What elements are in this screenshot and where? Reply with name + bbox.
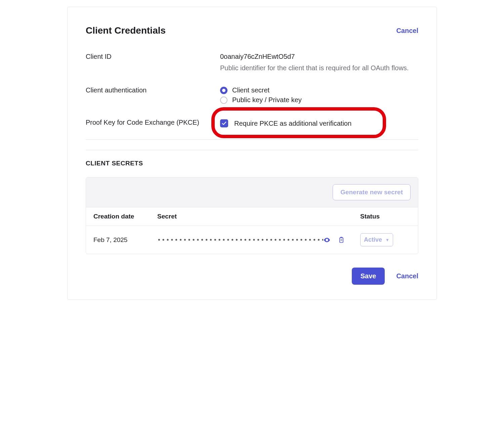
- pkce-label: Proof Key for Code Exchange (PKCE): [86, 117, 220, 126]
- pkce-row: Proof Key for Code Exchange (PKCE) Requi…: [86, 117, 418, 129]
- secrets-header-row: Creation date Secret Status: [86, 207, 418, 226]
- client-auth-option-publickey[interactable]: Public key / Private key: [220, 96, 418, 104]
- divider: [86, 150, 418, 150]
- client-id-help: Public identifier for the client that is…: [220, 63, 418, 73]
- cancel-button-top[interactable]: Cancel: [396, 27, 418, 35]
- panel-title: Client Credentials: [86, 25, 166, 36]
- client-id-value-wrap: 0oanaiy76cZnHEwtO5d7 Public identifier f…: [220, 53, 418, 73]
- chevron-down-icon: ▼: [385, 238, 389, 242]
- secret-actions: [323, 236, 360, 244]
- client-auth-label: Client authentication: [86, 86, 220, 94]
- pkce-checkbox-label: Require PKCE as additional verification: [234, 120, 351, 127]
- eye-icon: [323, 236, 331, 244]
- secrets-toolbar: Generate new secret: [86, 177, 418, 207]
- checkbox-checked-icon: [220, 119, 228, 127]
- reveal-secret-button[interactable]: [323, 236, 331, 244]
- footer-actions: Save Cancel: [86, 268, 418, 285]
- table-row: Feb 7, 2025 ••••••••••••••••••••••••••••…: [86, 226, 418, 254]
- generate-new-secret-button[interactable]: Generate new secret: [333, 184, 411, 200]
- client-credentials-panel: Client Credentials Cancel Client ID 0oan…: [67, 7, 437, 300]
- client-secrets-table: Generate new secret Creation date Secret…: [86, 177, 418, 254]
- column-header-actions: [323, 213, 360, 220]
- client-auth-option-label: Client secret: [232, 86, 269, 94]
- column-header-status: Status: [360, 213, 411, 220]
- status-dropdown[interactable]: Active ▼: [360, 233, 393, 246]
- client-auth-row: Client authentication Client secret Publ…: [86, 86, 418, 104]
- client-auth-options: Client secret Public key / Private key: [220, 86, 418, 104]
- save-button[interactable]: Save: [352, 268, 385, 285]
- secret-status-cell: Active ▼: [360, 233, 411, 246]
- radio-unselected-icon: [220, 96, 227, 104]
- client-id-value: 0oanaiy76cZnHEwtO5d7: [220, 53, 418, 61]
- panel-header: Client Credentials Cancel: [86, 25, 418, 36]
- client-id-row: Client ID 0oanaiy76cZnHEwtO5d7 Public id…: [86, 53, 418, 73]
- radio-selected-icon: [220, 87, 227, 94]
- client-auth-option-secret[interactable]: Client secret: [220, 86, 418, 94]
- secret-date: Feb 7, 2025: [93, 236, 157, 244]
- divider: [86, 139, 418, 140]
- column-header-secret: Secret: [157, 213, 323, 220]
- secret-mask: ••••••••••••••••••••••••••••••••••••••••: [157, 236, 323, 243]
- client-secrets-title: CLIENT SECRETS: [86, 160, 418, 167]
- pkce-value: Require PKCE as additional verification: [220, 117, 418, 129]
- copy-secret-button[interactable]: [338, 236, 345, 244]
- cancel-button-bottom[interactable]: Cancel: [396, 272, 418, 280]
- status-value: Active: [364, 236, 382, 243]
- pkce-checkbox-wrap[interactable]: Require PKCE as additional verification: [220, 117, 418, 129]
- clipboard-icon: [338, 236, 345, 244]
- column-header-date: Creation date: [93, 213, 157, 220]
- client-auth-option-label: Public key / Private key: [232, 96, 302, 104]
- svg-point-0: [326, 239, 328, 241]
- svg-rect-1: [340, 238, 343, 242]
- client-id-label: Client ID: [86, 53, 220, 61]
